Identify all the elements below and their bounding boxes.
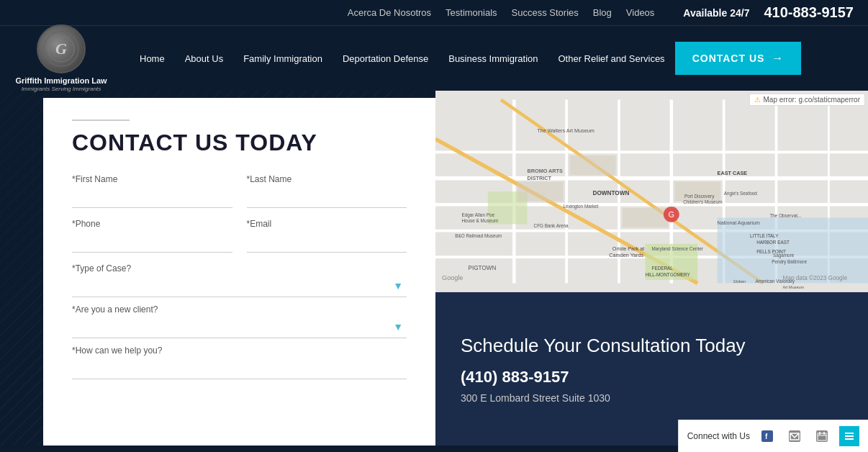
facebook-icon[interactable]: f	[757, 426, 777, 446]
first-name-input[interactable]	[72, 187, 232, 208]
svg-text:Oriole Park at: Oriole Park at	[612, 245, 644, 252]
acerca-link[interactable]: Acerca De Nosotros	[348, 7, 431, 18]
svg-text:Camden Yards: Camden Yards	[609, 252, 643, 258]
svg-text:DISTRICT: DISTRICT	[527, 175, 551, 181]
svg-text:BROMO ARTS: BROMO ARTS	[527, 168, 563, 175]
first-name-label: *First Name	[72, 174, 232, 184]
case-type-select[interactable]	[72, 276, 407, 297]
svg-text:Pendry Baltimore: Pendry Baltimore	[772, 259, 807, 265]
map-area: BROMO ARTS DISTRICT DOWNTOWN EAST CASE P…	[435, 91, 868, 292]
email-icon[interactable]	[785, 426, 805, 446]
success-stories-link[interactable]: Success Stories	[512, 7, 579, 18]
map-svg: BROMO ARTS DISTRICT DOWNTOWN EAST CASE P…	[435, 91, 868, 292]
right-panel: BROMO ARTS DISTRICT DOWNTOWN EAST CASE P…	[435, 91, 868, 446]
svg-rect-18	[718, 217, 868, 283]
svg-text:The Observat...: The Observat...	[769, 213, 801, 218]
svg-text:EAST CASE: EAST CASE	[718, 170, 748, 176]
case-type-label: *Type of Case?	[72, 263, 407, 274]
nav-other[interactable]: Other Relief and Services	[548, 53, 675, 64]
last-name-label: *Last Name	[247, 174, 407, 184]
contact-us-button[interactable]: CONTACT US →	[675, 42, 802, 75]
email-input[interactable]	[247, 232, 407, 253]
info-phone: (410) 883-9157	[461, 368, 843, 387]
logo-icon: G	[37, 24, 86, 73]
svg-text:Map data ©2023 Google: Map data ©2023 Google	[783, 275, 848, 281]
email-label: *Email	[247, 219, 407, 229]
how-help-field: *How can we help you?	[72, 345, 407, 379]
svg-text:Edgar Allan Poe: Edgar Allan Poe	[461, 212, 494, 218]
svg-text:Maryland Science Center: Maryland Science Center	[652, 246, 704, 252]
form-panel: CONTACT US TODAY *First Name *Last Name …	[43, 98, 435, 446]
svg-text:Google: Google	[442, 274, 463, 281]
connect-label: Connect with Us	[687, 431, 750, 441]
contact-row: *Phone *Email	[72, 219, 407, 263]
svg-text:G: G	[669, 210, 674, 219]
blog-link[interactable]: Blog	[593, 7, 612, 18]
info-title: Schedule Your Consultation Today	[461, 334, 843, 358]
top-phone: 410-883-9157	[764, 4, 854, 21]
connect-bar: Connect with Us f	[678, 420, 868, 452]
warning-icon: ⚠	[754, 96, 761, 104]
how-help-input[interactable]	[72, 358, 407, 379]
main-nav: G Griffith Immigration Law Immigrants Se…	[0, 26, 868, 91]
svg-text:FEDERAL: FEDERAL	[652, 266, 674, 271]
svg-text:National Aquarium: National Aquarium	[718, 220, 760, 226]
calendar-icon[interactable]	[812, 426, 832, 446]
svg-text:The Walters Art Museum: The Walters Art Museum	[537, 127, 595, 134]
case-type-field: *Type of Case? ▼	[72, 263, 407, 297]
svg-text:HILL-MONTGOMERY: HILL-MONTGOMERY	[645, 272, 690, 277]
svg-text:Port Discovery: Port Discovery	[684, 194, 715, 199]
logo-area: G Griffith Immigration Law Immigrants Se…	[14, 24, 108, 92]
last-name-input[interactable]	[247, 187, 407, 208]
svg-text:Ekiben: Ekiben	[733, 279, 746, 284]
svg-rect-21	[517, 181, 564, 201]
map-error: ⚠ Map error: g.co/staticmaperror	[749, 94, 866, 106]
svg-text:Sagamore: Sagamore	[773, 253, 795, 258]
phone-input[interactable]	[72, 232, 232, 253]
svg-text:LITTLE ITALY: LITTLE ITALY	[750, 233, 779, 238]
svg-text:Lexington Market: Lexington Market	[564, 204, 599, 209]
nav-business[interactable]: Business Immigration	[438, 53, 548, 64]
svg-text:Angie's Seafood: Angie's Seafood	[724, 191, 758, 196]
logo-name: Griffith Immigration Law	[15, 76, 107, 86]
nav-links: Home About Us Family Immigration Deporta…	[130, 42, 854, 75]
available-label: Available 24/7	[683, 7, 749, 19]
svg-text:Children's Museum: Children's Museum	[683, 199, 722, 204]
svg-text:CFG Bank Arena: CFG Bank Arena	[534, 223, 569, 228]
svg-text:Art Museum: Art Museum	[783, 285, 805, 289]
menu-icon[interactable]	[839, 426, 859, 446]
svg-text:PIGTOWN: PIGTOWN	[469, 265, 497, 271]
nav-family[interactable]: Family Immigration	[233, 53, 333, 64]
form-title: CONTACT US TODAY	[72, 130, 407, 156]
how-help-label: *How can we help you?	[72, 345, 407, 356]
last-name-field: *Last Name	[247, 174, 407, 208]
arrow-icon: →	[772, 52, 784, 65]
info-address: 300 E Lombard Street Suite 1030	[461, 392, 843, 404]
testimonials-link[interactable]: Testimonials	[446, 7, 497, 18]
svg-text:G: G	[55, 40, 67, 58]
svg-rect-24	[623, 208, 669, 227]
name-row: *First Name *Last Name	[72, 174, 407, 219]
svg-text:B&O Railroad Museum: B&O Railroad Museum	[455, 233, 502, 238]
new-client-field: *Are you a new client? ▼	[72, 304, 407, 338]
nav-about[interactable]: About Us	[175, 53, 233, 64]
form-divider	[72, 119, 130, 121]
svg-text:HARBOR EAST: HARBOR EAST	[756, 240, 790, 245]
phone-label: *Phone	[72, 219, 232, 229]
nav-deportation[interactable]: Deportation Defense	[333, 53, 438, 64]
svg-text:House & Museum: House & Museum	[461, 218, 498, 223]
first-name-field: *First Name	[72, 174, 232, 208]
nav-home[interactable]: Home	[130, 53, 175, 64]
top-bar: Acerca De Nosotros Testimonials Success …	[0, 0, 868, 26]
videos-link[interactable]: Videos	[626, 7, 655, 18]
content-area: CONTACT US TODAY *First Name *Last Name …	[0, 91, 868, 446]
logo-sub: Immigrants Serving Immigrants	[22, 86, 101, 92]
new-client-select[interactable]	[72, 317, 407, 338]
new-client-label: *Are you a new client?	[72, 304, 407, 315]
email-field: *Email	[247, 219, 407, 253]
svg-rect-22	[570, 155, 616, 175]
phone-field: *Phone	[72, 219, 232, 253]
svg-text:DOWNTOWN: DOWNTOWN	[593, 190, 630, 196]
